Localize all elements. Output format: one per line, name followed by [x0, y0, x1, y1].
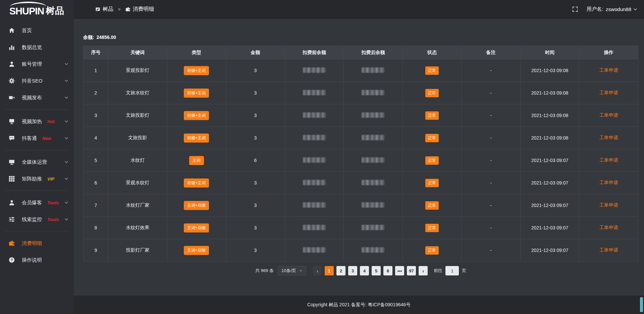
chevron-down-icon[interactable]: [64, 201, 68, 205]
sidebar-item-operation-guide[interactable]: ?操作说明: [0, 252, 74, 268]
grid-icon: [9, 176, 15, 182]
chevron-down-icon: [299, 269, 303, 272]
masked-balance-value: [303, 180, 326, 185]
page-button-5[interactable]: 5: [372, 266, 381, 275]
action-cell: 工单申请: [579, 59, 638, 82]
column-header: 时间: [520, 46, 579, 59]
action-cell: 工单申请: [579, 149, 638, 172]
sidebar-item-consumption-detail[interactable]: 消费明细: [0, 235, 74, 252]
page-size-select[interactable]: 10条/页: [278, 266, 306, 275]
next-page-button[interactable]: ›: [419, 266, 428, 275]
masked-balance-value: [303, 112, 326, 118]
work-order-link[interactable]: 工单申请: [599, 202, 618, 208]
pre-balance-cell: [285, 127, 344, 149]
chevron-down-icon[interactable]: [64, 160, 68, 164]
sidebar-item-media-operation[interactable]: 全媒体运营: [0, 154, 74, 170]
sidebar-item-data-overview[interactable]: 数据总览: [0, 39, 74, 56]
sidebar-item-douyin-seo[interactable]: 抖音SEO: [0, 72, 74, 89]
table-row: 3文旅投影灯前缀+主词3正常-2021-12-03 09:08工单申请: [84, 104, 638, 127]
chevron-down-icon[interactable]: [64, 177, 68, 181]
row-index: 5: [84, 149, 108, 172]
chevron-down-icon[interactable]: [64, 96, 68, 100]
scrollbar-thumb[interactable]: [640, 297, 643, 312]
status-cell-badge: 正常: [425, 111, 439, 120]
work-order-link[interactable]: 工单申请: [599, 112, 618, 118]
work-order-link[interactable]: 工单申请: [599, 157, 618, 163]
page-button-4[interactable]: 4: [360, 266, 369, 275]
masked-balance-value: [303, 225, 326, 230]
keyword-cell: 水纹灯: [108, 149, 167, 172]
sidebar-item-member-burst[interactable]: 会员爆客Tools: [0, 194, 74, 211]
prev-page-button[interactable]: ‹: [313, 266, 322, 275]
menu-divider: [5, 150, 68, 150]
chart-icon: [9, 44, 15, 50]
time-cell-wrap: 2021-12-03 09:07: [520, 194, 579, 217]
logo: SHUPIN 树品: [0, 0, 74, 20]
sidebar-item-video-heat[interactable]: 视频加热Hot: [0, 113, 74, 130]
sidebar-item-douketong[interactable]: 抖客通New: [0, 130, 74, 147]
status-cell: 正常: [402, 82, 462, 104]
chevron-down-icon[interactable]: [64, 217, 68, 221]
chevron-down-icon[interactable]: [64, 136, 68, 140]
amount-cell: 3: [226, 104, 285, 127]
type-cell: 前缀+主词: [167, 59, 226, 82]
masked-balance-value: [303, 90, 326, 95]
table-row: 7水纹灯厂家主词+后缀3正常-2021-12-03 09:07工单申请: [84, 194, 638, 217]
type-cell: 前缀+主词: [167, 82, 226, 104]
work-order-link[interactable]: 工单申请: [599, 90, 618, 95]
type-cell-badge: 主词+后缀: [184, 223, 209, 232]
work-order-link[interactable]: 工单申请: [599, 180, 618, 185]
sidebar-item-label: 全媒体运营: [22, 159, 47, 165]
pre-balance-cell: [285, 239, 344, 262]
sidebar-item-clue-monitor[interactable]: 线索监控Tools: [0, 211, 74, 228]
page-button-1[interactable]: 1: [325, 266, 334, 275]
page-button-97[interactable]: 97: [407, 266, 416, 275]
post-balance-cell: [344, 172, 403, 194]
remark-cell: -: [462, 82, 521, 104]
masked-balance-value: [362, 247, 384, 253]
status-cell-badge: 正常: [425, 134, 439, 142]
pagination: 共 969 条10条/页‹123456•••97›前往页: [83, 266, 638, 275]
goto-label: 前往: [434, 268, 442, 274]
work-order-link[interactable]: 工单申请: [599, 67, 618, 73]
goto-page-input[interactable]: [445, 266, 459, 275]
table-row: 8水纹灯效果主词+后缀3正常-2021-12-03 09:07工单申请: [84, 217, 638, 239]
fullscreen-icon[interactable]: [572, 6, 578, 12]
more-pages-button[interactable]: •••: [395, 266, 404, 275]
remark-cell: -: [462, 172, 521, 194]
status-cell: 正常: [402, 149, 462, 172]
username-value[interactable]: zswodun88: [606, 6, 631, 12]
sidebar-item-account-management[interactable]: 账号管理: [0, 56, 74, 72]
sidebar-item-matrix-boost[interactable]: 矩阵助推VIP: [0, 170, 74, 187]
masked-balance-value: [362, 112, 384, 118]
masked-balance-value: [303, 202, 326, 208]
app-icon: [95, 7, 100, 12]
page-button-2[interactable]: 2: [336, 266, 345, 275]
chevron-down-icon[interactable]: [64, 79, 68, 83]
work-order-link[interactable]: 工单申请: [599, 135, 618, 140]
sidebar-item-label: 矩阵助推: [22, 176, 42, 182]
breadcrumb-item-1[interactable]: 树品: [95, 6, 113, 13]
page-button-3[interactable]: 3: [348, 266, 357, 275]
question-icon: ?: [9, 257, 15, 263]
chevron-down-icon[interactable]: [633, 7, 637, 11]
status-cell-badge: 正常: [425, 179, 439, 187]
breadcrumb-item-2[interactable]: 消费明细: [125, 6, 154, 13]
work-order-link[interactable]: 工单申请: [599, 247, 618, 253]
status-cell-badge: 正常: [425, 201, 439, 210]
sidebar-item-label: 账号管理: [22, 61, 42, 67]
action-cell: 工单申请: [579, 217, 638, 239]
breadcrumb-label: 树品: [103, 6, 113, 13]
page-button-6[interactable]: 6: [383, 266, 392, 275]
row-index: 1: [84, 59, 108, 82]
column-header: 序号: [84, 46, 108, 59]
sidebar-item-home[interactable]: 首页: [0, 22, 74, 39]
work-order-link[interactable]: 工单申请: [599, 225, 618, 230]
chevron-down-icon[interactable]: [64, 62, 68, 66]
sidebar-item-badge: Hot: [47, 119, 55, 124]
screen-icon: [9, 118, 15, 124]
sidebar-item-video-publish[interactable]: 视频发布: [0, 89, 74, 106]
chevron-down-icon[interactable]: [64, 119, 68, 123]
table-row: 6景观水纹灯前缀+主词3正常-2021-12-03 09:07工单申请: [84, 172, 638, 194]
type-cell-badge: 主词+后缀: [184, 246, 209, 255]
